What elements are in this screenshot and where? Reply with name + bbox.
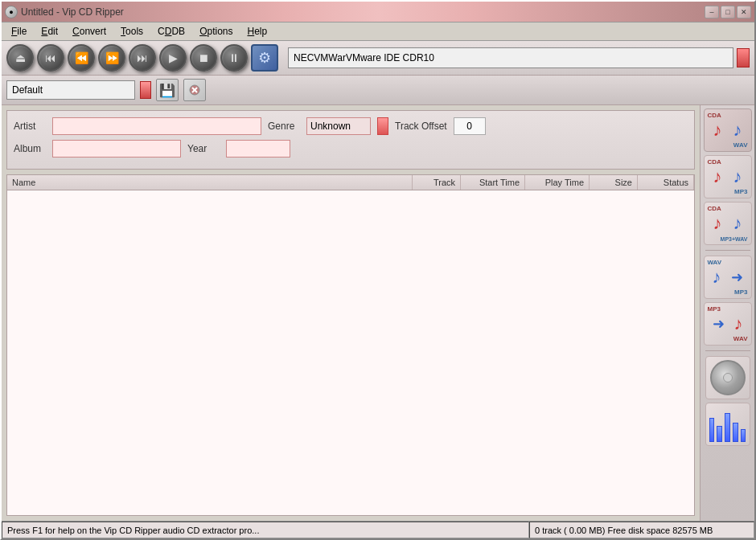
table-header: Name Track Start Time Play Time Size Sta… [7,175,694,190]
mp3-label-5: MP3 [708,305,721,313]
artist-label: Artist [14,121,46,132]
minimize-button[interactable]: – [705,6,719,18]
cda-label-1: CDA [708,112,721,119]
col-play-time: Play Time [525,175,590,190]
cda-to-mp3-button[interactable]: CDA ♪ ♪ MP3 [704,155,752,198]
menu-cddb[interactable]: CDDB [151,24,191,39]
cda-to-wav-button[interactable]: CDA ♪ ♪ WAV [704,108,752,152]
menu-edit[interactable]: Edit [35,24,64,39]
profile-indicator [140,81,151,99]
note-blue-3: ♪ [733,215,742,232]
arrow-right-5: ➜ [713,315,725,333]
note-red-5: ♪ [734,315,743,333]
year-input[interactable] [226,140,290,158]
restore-button[interactable]: □ [721,6,735,18]
toolbar: ⏏ ⏮ ⏪ ⏩ ⏭ ▶ ⏹ ⏸ ⚙ [2,41,754,76]
main-window: ● Untitled - Vip CD Ripper – □ ✕ File Ed… [0,0,756,540]
cancel-profile-button[interactable] [183,79,206,101]
right-panel: CDA ♪ ♪ WAV CDA ♪ ♪ MP3 CDA ♪ [700,105,754,521]
status-right: 0 track ( 0.00 MB) Free disk space 82575… [529,522,754,538]
arrow-right-4: ➜ [731,268,743,286]
cd-button[interactable] [705,356,750,399]
col-track: Track [413,175,461,190]
mp3wav-label-3: MP3+WAV [721,236,748,242]
col-status: Status [638,175,694,190]
eq-bar-3 [725,413,730,442]
col-start-time: Start Time [461,175,525,190]
year-label: Year [187,143,220,154]
note-blue-4: ♪ [713,268,721,286]
mp3-to-wav-button[interactable]: MP3 ➜ ♪ WAV [704,302,752,346]
col-name: Name [7,175,413,190]
main-content: Artist Genre Track Offset Album Year [2,105,754,521]
cd-icon [710,360,746,395]
window-controls: – □ ✕ [705,6,751,18]
wav-label-5: WAV [733,335,748,342]
eq-bar-4 [733,423,738,442]
wav-label-4: WAV [708,259,722,266]
status-bar: Press F1 for help on the Vip CD Ripper a… [2,521,754,538]
save-profile-button[interactable]: 💾 [156,79,179,101]
menu-file[interactable]: File [5,24,33,39]
track-offset-label: Track Offset [395,121,447,132]
album-row: Album Year [14,140,688,158]
eq-button[interactable] [705,403,750,446]
artist-row: Artist Genre Track Offset [14,117,688,135]
status-left: Press F1 for help on the Vip CD Ripper a… [2,522,529,538]
right-separator-1 [705,250,750,251]
fields-section: Artist Genre Track Offset Album Year [6,110,695,170]
profile-input[interactable] [6,80,135,100]
title-bar-left: ● Untitled - Vip CD Ripper [5,6,124,18]
right-separator-2 [705,350,750,351]
device-input[interactable] [288,47,733,68]
window-title: Untitled - Vip CD Ripper [21,6,124,18]
table-body [7,190,694,515]
menu-bar: File Edit Convert Tools CDDB Options Hel… [2,22,754,41]
settings-button[interactable]: ⚙ [251,44,278,72]
device-box [288,47,750,68]
device-indicator [737,48,750,68]
mp3-label-2: MP3 [734,188,747,195]
stop-button[interactable]: ⏹ [190,44,217,72]
menu-help[interactable]: Help [241,24,274,39]
forward-button[interactable]: ⏭ [129,44,156,72]
note-red-2: ♪ [713,168,722,186]
album-label: Album [14,143,46,154]
wav-label-1: WAV [733,141,748,149]
play-button[interactable]: ▶ [159,44,187,72]
pause-button[interactable]: ⏸ [220,44,248,72]
eject-button[interactable]: ⏏ [6,44,34,72]
left-panel: Artist Genre Track Offset Album Year [2,105,700,521]
track-table: Name Track Start Time Play Time Size Sta… [6,174,695,516]
title-bar: ● Untitled - Vip CD Ripper – □ ✕ [2,2,754,22]
track-offset-input[interactable] [454,117,486,135]
menu-convert[interactable]: Convert [66,24,113,39]
close-button[interactable]: ✕ [737,6,751,18]
genre-label: Genre [268,121,300,132]
menu-options[interactable]: Options [193,24,239,39]
genre-input[interactable] [306,117,371,135]
profile-bar: 💾 [2,76,754,105]
back-button[interactable]: ⏩ [98,44,125,72]
note-blue-2: ♪ [733,168,742,186]
eq-bar-2 [717,426,722,442]
wav-to-mp3-button[interactable]: WAV ♪ ➜ MP3 [704,256,752,299]
note-red-3: ♪ [713,215,722,232]
menu-tools[interactable]: Tools [114,24,150,39]
album-input[interactable] [52,140,181,158]
title-bar-icon[interactable]: ● [5,6,18,18]
eq-bar-5 [741,429,746,442]
mp3-label-4: MP3 [734,288,747,296]
cda-label-3: CDA [708,205,721,212]
prev-button[interactable]: ⏮ [37,44,64,72]
rewind-button[interactable]: ⏪ [68,44,95,72]
cda-to-mp3wav-button[interactable]: CDA ♪ ♪ MP3+WAV [704,202,752,245]
note-red-1: ♪ [713,121,722,139]
note-blue-1: ♪ [733,121,742,139]
eq-bar-1 [709,418,715,442]
genre-indicator [377,117,388,135]
col-size: Size [590,175,638,190]
cda-label-2: CDA [708,158,721,166]
artist-input[interactable] [52,117,261,135]
